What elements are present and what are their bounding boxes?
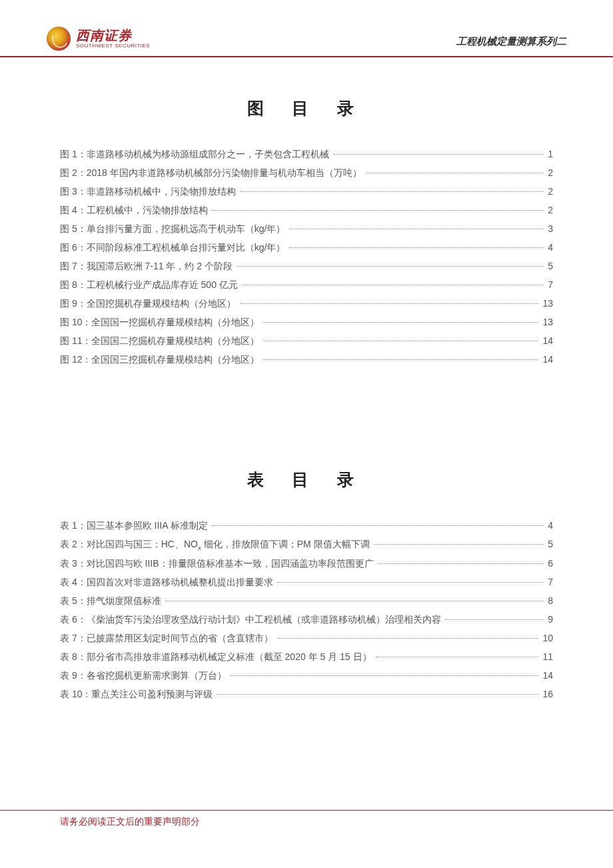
leader-dots <box>374 544 544 545</box>
table-toc-label: 表 4：国四首次对非道路移动机械整机提出排量要求 <box>60 573 273 591</box>
table-toc-label: 表 10：重点关注公司盈利预测与评级 <box>60 685 213 703</box>
table-toc-label: 表 7：已披露禁用区划定时间节点的省（含直辖市） <box>60 629 273 647</box>
swirl-icon <box>47 27 71 51</box>
table-toc-row: 表 2：对比国四与国三：HC、NOx 细化，排放限值下调；PM 限值大幅下调5 <box>60 535 553 554</box>
table-toc-page: 6 <box>548 554 553 573</box>
table-toc-page: 8 <box>548 591 553 610</box>
figure-toc-row: 图 2：2018 年国内非道路移动机械部分污染物排量与机动车相当（万吨）2 <box>60 163 553 182</box>
table-toc-row: 表 8：部分省市高排放非道路移动机械定义标准（截至 2020 年 5 月 15 … <box>60 647 553 666</box>
figure-toc-label: 图 1：非道路移动机械为移动源组成部分之一，子类包含工程机械 <box>60 145 329 163</box>
table-toc-page: 9 <box>548 610 553 629</box>
figure-toc-label: 图 4：工程机械中，污染物排放结构 <box>60 201 208 219</box>
logo-en: SOUTHWEST SECURITIES <box>76 43 150 49</box>
figure-toc-label: 图 2：2018 年国内非道路移动机械部分污染物排量与机动车相当（万吨） <box>60 163 362 182</box>
leader-dots <box>289 247 544 248</box>
table-toc-label: 表 1：国三基本参照欧 IIIA 标准制定 <box>60 516 208 535</box>
figure-toc-page: 5 <box>548 257 553 275</box>
figure-toc-page: 14 <box>542 350 553 369</box>
figure-toc-page: 14 <box>542 331 553 350</box>
leader-dots <box>242 285 544 285</box>
table-toc-row: 表 9：各省挖掘机更新需求测算（万台）14 <box>60 666 553 685</box>
leader-dots <box>277 638 539 639</box>
figure-toc-label: 图 5：单台排污量方面，挖掘机远高于机动车（kg/年） <box>60 219 285 238</box>
leader-dots <box>237 266 544 267</box>
figure-toc-row: 图 12：全国国三挖掘机存量规模结构（分地区）14 <box>60 350 553 369</box>
table-toc-row: 表 7：已披露禁用区划定时间节点的省（含直辖市）10 <box>60 629 553 647</box>
leader-dots <box>240 303 539 304</box>
brand-logo: 西南证券 SOUTHWEST SECURITIES <box>47 27 150 51</box>
table-toc-label: 表 6：《柴油货车污染治理攻坚战行动计划》中工程机械（或非道路移动机械）治理相关… <box>60 610 441 629</box>
figure-toc-page: 13 <box>542 313 553 331</box>
table-toc-label: 表 3：对比国四与欧 IIIB：排量限值标准基本一致，国四涵盖功率段范围更广 <box>60 554 374 573</box>
leader-dots <box>378 563 544 564</box>
leader-dots <box>277 582 544 583</box>
figure-toc-page: 7 <box>548 275 553 294</box>
table-toc-row: 表 1：国三基本参照欧 IIIA 标准制定4 <box>60 516 553 535</box>
table-toc-label: 表 9：各省挖掘机更新需求测算（万台） <box>60 666 227 685</box>
table-toc-page: 4 <box>548 516 553 535</box>
figure-toc-page: 4 <box>548 238 553 257</box>
leader-dots <box>212 525 544 526</box>
logo-cn: 西南证券 <box>76 29 150 42</box>
figure-toc-page: 2 <box>548 182 553 201</box>
figure-toc-row: 图 11：全国国二挖掘机存量规模结构（分地区）14 <box>60 331 553 350</box>
figures-toc-list: 图 1：非道路移动机械为移动源组成部分之一，子类包含工程机械1图 2：2018 … <box>60 145 553 369</box>
table-toc-label: 表 5：排气烟度限值标准 <box>60 591 161 610</box>
leader-dots <box>376 657 539 657</box>
leader-dots <box>231 675 539 676</box>
figure-toc-row: 图 4：工程机械中，污染物排放结构2 <box>60 201 553 219</box>
table-toc-row: 表 6：《柴油货车污染治理攻坚战行动计划》中工程机械（或非道路移动机械）治理相关… <box>60 610 553 629</box>
figure-toc-label: 图 12：全国国三挖掘机存量规模结构（分地区） <box>60 350 259 369</box>
figure-toc-page: 2 <box>548 163 553 182</box>
table-toc-page: 16 <box>542 685 553 703</box>
figure-toc-page: 2 <box>548 201 553 219</box>
table-toc-row: 表 4：国四首次对非道路移动机械整机提出排量要求7 <box>60 573 553 591</box>
leader-dots <box>445 619 544 620</box>
figure-toc-row: 图 5：单台排污量方面，挖掘机远高于机动车（kg/年）3 <box>60 219 553 238</box>
leader-dots <box>366 173 544 173</box>
table-toc-page: 7 <box>548 573 553 591</box>
figure-toc-row: 图 1：非道路移动机械为移动源组成部分之一，子类包含工程机械1 <box>60 145 553 163</box>
table-toc-label: 表 2：对比国四与国三：HC、NOx 细化，排放限值下调；PM 限值大幅下调 <box>60 535 370 554</box>
leader-dots <box>240 191 544 192</box>
figure-toc-label: 图 11：全国国二挖掘机存量规模结构（分地区） <box>60 331 259 350</box>
leader-dots <box>333 154 544 155</box>
figure-toc-row: 图 3：非道路移动机械中，污染物排放结构2 <box>60 182 553 201</box>
figure-toc-label: 图 10：全国国一挖掘机存量规模结构（分地区） <box>60 313 259 331</box>
leader-dots <box>217 694 538 695</box>
leader-dots <box>263 359 538 360</box>
leader-dots <box>263 322 538 323</box>
figure-toc-label: 图 7：我国滞后欧洲 7-11 年，约 2 个阶段 <box>60 257 233 275</box>
figure-toc-row: 图 7：我国滞后欧洲 7-11 年，约 2 个阶段5 <box>60 257 553 275</box>
figure-toc-row: 图 8：工程机械行业产成品库存近 500 亿元7 <box>60 275 553 294</box>
document-series-title: 工程机械定量测算系列二 <box>456 35 566 51</box>
leader-dots <box>289 229 544 229</box>
leader-dots <box>165 601 544 601</box>
tables-toc-list: 表 1：国三基本参照欧 IIIA 标准制定4表 2：对比国四与国三：HC、NOx… <box>60 516 553 703</box>
table-toc-label: 表 8：部分省市高排放非道路移动机械定义标准（截至 2020 年 5 月 15 … <box>60 647 372 666</box>
figure-toc-row: 图 10：全国国一挖掘机存量规模结构（分地区）13 <box>60 313 553 331</box>
table-toc-page: 14 <box>542 666 553 685</box>
figure-toc-page: 13 <box>542 294 553 313</box>
figure-toc-label: 图 6：不同阶段标准工程机械单台排污量对比（kg/年） <box>60 238 285 257</box>
leader-dots <box>263 341 538 341</box>
disclaimer-text: 请务必阅读正文后的重要声明部分 <box>60 816 553 828</box>
table-toc-row: 表 3：对比国四与欧 IIIB：排量限值标准基本一致，国四涵盖功率段范围更广6 <box>60 554 553 573</box>
figure-toc-label: 图 8：工程机械行业产成品库存近 500 亿元 <box>60 275 238 294</box>
table-toc-row: 表 5：排气烟度限值标准8 <box>60 591 553 610</box>
page-footer: 请务必阅读正文后的重要声明部分 <box>0 810 613 828</box>
table-toc-page: 10 <box>542 629 553 647</box>
figure-toc-row: 图 6：不同阶段标准工程机械单台排污量对比（kg/年）4 <box>60 238 553 257</box>
table-toc-row: 表 10：重点关注公司盈利预测与评级16 <box>60 685 553 703</box>
tables-toc-heading: 表 目 录 <box>60 469 553 491</box>
figure-toc-label: 图 3：非道路移动机械中，污染物排放结构 <box>60 182 236 201</box>
figures-toc-heading: 图 目 录 <box>60 97 553 119</box>
table-toc-page: 5 <box>548 535 553 553</box>
figure-toc-label: 图 9：全国挖掘机存量规模结构（分地区） <box>60 294 236 313</box>
table-toc-page: 11 <box>542 647 553 666</box>
leader-dots <box>212 210 544 211</box>
page-header: 西南证券 SOUTHWEST SECURITIES 工程机械定量测算系列二 <box>0 0 613 57</box>
content-area: 图 目 录 图 1：非道路移动机械为移动源组成部分之一，子类包含工程机械1图 2… <box>0 57 613 703</box>
figure-toc-page: 1 <box>548 145 553 163</box>
figure-toc-page: 3 <box>548 219 553 238</box>
